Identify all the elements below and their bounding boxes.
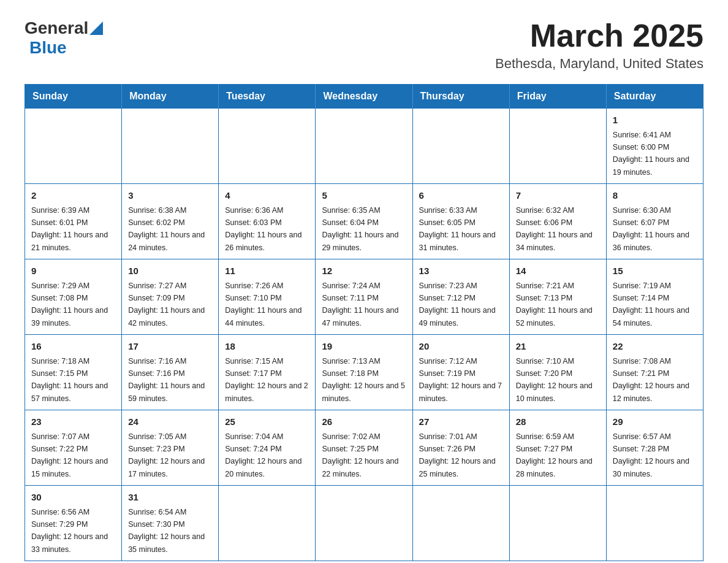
calendar-day-cell: 23Sunrise: 7:07 AM Sunset: 7:22 PM Dayli… [25,410,122,486]
day-number: 14 [516,264,600,278]
day-info: Sunrise: 7:12 AM Sunset: 7:19 PM Dayligh… [419,357,502,403]
day-info: Sunrise: 7:29 AM Sunset: 7:08 PM Dayligh… [31,282,108,327]
day-number: 8 [613,189,697,203]
day-number: 19 [322,340,406,354]
day-number: 26 [322,415,406,429]
day-number: 16 [31,340,115,354]
day-info: Sunrise: 6:59 AM Sunset: 7:27 PM Dayligh… [516,432,593,478]
day-number: 18 [225,340,309,354]
calendar-day-cell [316,486,412,561]
day-info: Sunrise: 7:19 AM Sunset: 7:14 PM Dayligh… [613,282,689,327]
calendar-day-cell: 6Sunrise: 6:33 AM Sunset: 6:05 PM Daylig… [412,184,509,259]
day-number: 23 [31,415,115,429]
logo-triangle-icon [89,21,103,35]
calendar-day-cell: 5Sunrise: 6:35 AM Sunset: 6:04 PM Daylig… [316,184,412,259]
day-number: 11 [225,264,309,278]
calendar-day-cell: 2Sunrise: 6:39 AM Sunset: 6:01 PM Daylig… [25,184,122,259]
day-number: 2 [31,189,115,203]
calendar-day-cell: 26Sunrise: 7:02 AM Sunset: 7:25 PM Dayli… [316,410,412,486]
day-of-week-header: Friday [509,85,606,109]
calendar-day-cell: 28Sunrise: 6:59 AM Sunset: 7:27 PM Dayli… [509,410,606,486]
calendar-day-cell: 22Sunrise: 7:08 AM Sunset: 7:21 PM Dayli… [606,335,703,410]
day-info: Sunrise: 7:21 AM Sunset: 7:13 PM Dayligh… [516,282,593,327]
calendar-header-row: SundayMondayTuesdayWednesdayThursdayFrid… [25,85,703,109]
day-number: 9 [31,264,115,278]
day-info: Sunrise: 7:05 AM Sunset: 7:23 PM Dayligh… [128,432,205,478]
day-info: Sunrise: 7:27 AM Sunset: 7:09 PM Dayligh… [128,282,205,327]
day-number: 30 [31,491,115,505]
calendar-day-cell [219,109,316,184]
day-of-week-header: Saturday [606,85,703,109]
day-of-week-header: Sunday [25,85,122,109]
calendar-day-cell: 12Sunrise: 7:24 AM Sunset: 7:11 PM Dayli… [316,259,412,335]
calendar-day-cell: 15Sunrise: 7:19 AM Sunset: 7:14 PM Dayli… [606,259,703,335]
calendar-day-cell [25,109,122,184]
calendar-day-cell: 29Sunrise: 6:57 AM Sunset: 7:28 PM Dayli… [606,410,703,486]
day-number: 6 [419,189,503,203]
calendar-day-cell: 25Sunrise: 7:04 AM Sunset: 7:24 PM Dayli… [219,410,316,486]
calendar-day-cell: 17Sunrise: 7:16 AM Sunset: 7:16 PM Dayli… [122,335,219,410]
day-number: 12 [322,264,406,278]
day-number: 7 [516,189,600,203]
day-info: Sunrise: 6:35 AM Sunset: 6:04 PM Dayligh… [322,206,398,252]
calendar-day-cell: 31Sunrise: 6:54 AM Sunset: 7:30 PM Dayli… [122,486,219,561]
day-info: Sunrise: 6:54 AM Sunset: 7:30 PM Dayligh… [128,508,205,554]
day-number: 31 [128,491,212,505]
calendar-day-cell: 7Sunrise: 6:32 AM Sunset: 6:06 PM Daylig… [509,184,606,259]
day-number: 20 [419,340,503,354]
day-number: 17 [128,340,212,354]
day-info: Sunrise: 6:38 AM Sunset: 6:02 PM Dayligh… [128,206,205,252]
calendar-day-cell: 24Sunrise: 7:05 AM Sunset: 7:23 PM Dayli… [122,410,219,486]
calendar-day-cell: 16Sunrise: 7:18 AM Sunset: 7:15 PM Dayli… [25,335,122,410]
day-info: Sunrise: 7:10 AM Sunset: 7:20 PM Dayligh… [516,357,593,403]
calendar-table: SundayMondayTuesdayWednesdayThursdayFrid… [25,84,703,561]
day-of-week-header: Wednesday [316,85,412,109]
day-info: Sunrise: 7:08 AM Sunset: 7:21 PM Dayligh… [613,357,689,403]
day-number: 3 [128,189,212,203]
day-number: 22 [613,340,697,354]
day-number: 28 [516,415,600,429]
day-number: 1 [613,113,697,128]
calendar-day-cell: 20Sunrise: 7:12 AM Sunset: 7:19 PM Dayli… [412,335,509,410]
day-info: Sunrise: 6:33 AM Sunset: 6:05 PM Dayligh… [419,206,496,252]
calendar-day-cell: 4Sunrise: 6:36 AM Sunset: 6:03 PM Daylig… [219,184,316,259]
day-info: Sunrise: 7:01 AM Sunset: 7:26 PM Dayligh… [419,432,496,478]
logo-blue-text: Blue [29,38,67,57]
calendar-day-cell [316,109,412,184]
logo: General Blue [25,18,103,58]
day-number: 13 [419,264,503,278]
calendar-day-cell: 21Sunrise: 7:10 AM Sunset: 7:20 PM Dayli… [509,335,606,410]
day-info: Sunrise: 7:04 AM Sunset: 7:24 PM Dayligh… [225,432,301,478]
day-info: Sunrise: 6:36 AM Sunset: 6:03 PM Dayligh… [225,206,301,252]
calendar-day-cell [509,486,606,561]
day-number: 27 [419,415,503,429]
day-info: Sunrise: 7:24 AM Sunset: 7:11 PM Dayligh… [322,282,398,327]
calendar-day-cell: 14Sunrise: 7:21 AM Sunset: 7:13 PM Dayli… [509,259,606,335]
calendar-day-cell: 18Sunrise: 7:15 AM Sunset: 7:17 PM Dayli… [219,335,316,410]
calendar-day-cell: 19Sunrise: 7:13 AM Sunset: 7:18 PM Dayli… [316,335,412,410]
calendar-day-cell [606,486,703,561]
day-number: 5 [322,189,406,203]
day-number: 4 [225,189,309,203]
day-info: Sunrise: 7:23 AM Sunset: 7:12 PM Dayligh… [419,282,496,327]
calendar-day-cell: 27Sunrise: 7:01 AM Sunset: 7:26 PM Dayli… [412,410,509,486]
day-info: Sunrise: 6:56 AM Sunset: 7:29 PM Dayligh… [31,508,108,554]
day-of-week-header: Tuesday [219,85,316,109]
day-info: Sunrise: 7:13 AM Sunset: 7:18 PM Dayligh… [322,357,405,403]
day-info: Sunrise: 7:26 AM Sunset: 7:10 PM Dayligh… [225,282,301,327]
calendar-day-cell [122,109,219,184]
day-info: Sunrise: 6:30 AM Sunset: 6:07 PM Dayligh… [613,206,689,252]
calendar-day-cell: 10Sunrise: 7:27 AM Sunset: 7:09 PM Dayli… [122,259,219,335]
calendar-day-cell: 8Sunrise: 6:30 AM Sunset: 6:07 PM Daylig… [606,184,703,259]
month-year-title: March 2025 [495,18,703,53]
day-info: Sunrise: 6:39 AM Sunset: 6:01 PM Dayligh… [31,206,108,252]
day-info: Sunrise: 7:16 AM Sunset: 7:16 PM Dayligh… [128,357,205,403]
day-info: Sunrise: 6:41 AM Sunset: 6:00 PM Dayligh… [613,131,689,177]
location-subtitle: Bethesda, Maryland, United States [495,56,703,72]
page-header: General Blue March 2025 Bethesda, Maryla… [25,18,703,72]
calendar-week-row: 2Sunrise: 6:39 AM Sunset: 6:01 PM Daylig… [25,184,703,259]
calendar-day-cell: 30Sunrise: 6:56 AM Sunset: 7:29 PM Dayli… [25,486,122,561]
calendar-day-cell [509,109,606,184]
calendar-day-cell: 1Sunrise: 6:41 AM Sunset: 6:00 PM Daylig… [606,109,703,184]
calendar-week-row: 30Sunrise: 6:56 AM Sunset: 7:29 PM Dayli… [25,486,703,561]
